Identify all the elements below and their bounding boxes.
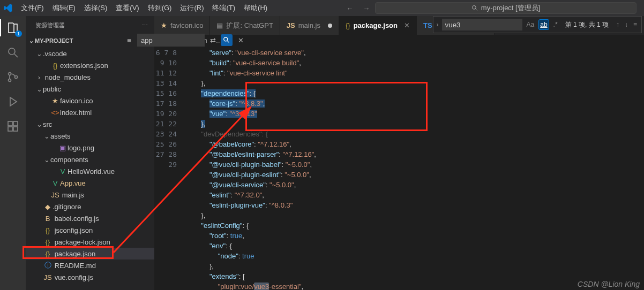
svg-rect-9: [13, 127, 18, 131]
file-logo-png[interactable]: ▣logo.png: [26, 142, 154, 154]
file-package-lock[interactable]: {} package-lock.json: [26, 236, 154, 248]
more-icon[interactable]: ⋯: [142, 22, 148, 29]
line-gutter: 6 7 8 9 10 11 12 13 14 15 16 17 18 19 20…: [154, 47, 184, 290]
file-babel-config[interactable]: B babel.config.js: [26, 212, 154, 224]
js-icon: JS: [43, 273, 53, 281]
svg-rect-10: [13, 121, 18, 126]
file-index-html[interactable]: <>index.html: [26, 106, 154, 118]
explorer-sidebar: 资源管理器 ⋯ MY-PROJECT .vscode {}extensions.…: [26, 16, 154, 290]
file-package-json[interactable]: {} package.json: [26, 248, 154, 260]
whole-word-button[interactable]: ab: [538, 19, 549, 30]
git-icon: ◆: [43, 203, 53, 211]
chevron-down-icon: [35, 50, 43, 58]
json-icon: {}: [50, 62, 60, 70]
favicon-icon: ★: [50, 97, 60, 105]
find-input[interactable]: [442, 19, 522, 30]
explorer-filter-row: ≡ ⇄ ✕: [123, 34, 246, 47]
json-icon: {}: [346, 21, 350, 29]
activity-extensions-icon[interactable]: [5, 119, 20, 134]
folder-src[interactable]: src: [26, 118, 154, 130]
next-match-icon[interactable]: ↓: [624, 20, 629, 29]
find-in-selection-icon[interactable]: ≡: [632, 20, 638, 29]
command-center[interactable]: my-project [管理员]: [375, 2, 636, 14]
explorer-filter-input[interactable]: [141, 36, 201, 44]
menu-view[interactable]: 查看(V): [112, 1, 143, 15]
find-widget[interactable]: › Aa ab .* 第 1 项, 共 1 项 ↑ ↓ ≡: [433, 16, 642, 33]
filter-icon[interactable]: ⇄: [207, 34, 219, 46]
svg-rect-8: [8, 127, 12, 131]
svg-line-12: [227, 41, 229, 43]
json-icon: {}: [43, 238, 53, 246]
file-app-vue[interactable]: VApp.vue: [26, 177, 154, 189]
menu-help[interactable]: 帮助(H): [240, 1, 271, 15]
vscode-logo-icon: [2, 2, 14, 14]
menu-file[interactable]: 文件(F): [17, 1, 48, 15]
tab-package-json[interactable]: {}package.json✕: [339, 16, 417, 35]
search-icon: [471, 5, 478, 11]
code-editor[interactable]: 6 7 8 9 10 11 12 13 14 15 16 17 18 19 20…: [154, 47, 644, 290]
command-center-text: my-project [管理员]: [481, 3, 541, 13]
menu-select[interactable]: 选择(S): [80, 1, 111, 15]
history-nav: ← →: [346, 4, 370, 12]
list-icon[interactable]: ≡: [123, 34, 135, 46]
svg-line-3: [14, 54, 18, 57]
babel-icon: B: [43, 215, 53, 223]
prev-match-icon[interactable]: ↑: [615, 20, 620, 29]
svg-line-1: [475, 9, 477, 11]
file-jsconfig[interactable]: {} jsconfig.json: [26, 224, 154, 236]
tab-favicon[interactable]: ★favicon.ico: [154, 16, 210, 35]
explorer-badge: 1: [15, 30, 22, 37]
activity-debug-icon[interactable]: [5, 94, 20, 109]
ts-icon: TS: [423, 21, 432, 29]
tab-mainjs[interactable]: JSmain.js: [280, 16, 339, 35]
close-icon[interactable]: ✕: [404, 21, 410, 29]
activity-explorer-icon[interactable]: 1: [5, 20, 20, 35]
activity-search-icon[interactable]: [5, 45, 20, 60]
find-status: 第 1 项, 共 1 项: [565, 20, 609, 29]
folder-node-modules[interactable]: node_modules: [26, 71, 154, 83]
nav-back-icon[interactable]: ←: [346, 4, 353, 12]
json-icon: {}: [43, 226, 53, 234]
svg-point-2: [9, 48, 15, 55]
file-extensions-json[interactable]: {}extensions.json: [26, 59, 154, 71]
vue-icon: V: [50, 179, 60, 187]
title-bar: 文件(F) 编辑(E) 选择(S) 查看(V) 转到(G) 运行(R) 终端(T…: [0, 0, 644, 16]
menu-edit[interactable]: 编辑(E): [49, 1, 79, 15]
file-tree: .vscode {}extensions.json node_modules p…: [26, 47, 154, 283]
match-case-button[interactable]: Aa: [526, 20, 536, 29]
svg-point-0: [472, 6, 476, 10]
chevron-down-icon: [35, 85, 43, 93]
file-favicon[interactable]: ★favicon.ico: [26, 95, 154, 106]
svg-point-4: [9, 73, 11, 75]
fuzzy-match-icon[interactable]: [221, 34, 233, 46]
folder-components[interactable]: components: [26, 154, 154, 165]
menu-terminal[interactable]: 终端(T): [208, 1, 239, 15]
vue-icon: V: [58, 167, 68, 175]
code-content[interactable]: "serve": "vue-cli-service serve", "build…: [184, 47, 644, 290]
close-filter-icon[interactable]: ✕: [235, 34, 246, 46]
js-icon: JS: [287, 21, 295, 29]
js-icon: JS: [50, 191, 60, 199]
modified-dot-icon: [328, 24, 332, 28]
chevron-right-icon[interactable]: ›: [437, 21, 439, 28]
tab-ext-chatgpt[interactable]: ▤扩展: ChatGPT: [210, 16, 280, 35]
nav-fwd-icon[interactable]: →: [363, 4, 370, 12]
editor-area: ★favicon.ico ▤扩展: ChatGPT JSmain.js {}pa…: [154, 16, 644, 290]
folder-assets[interactable]: assets: [26, 130, 154, 142]
activity-scm-icon[interactable]: [5, 70, 20, 85]
regex-button[interactable]: .*: [552, 20, 559, 29]
menu-run[interactable]: 运行(R): [176, 1, 207, 15]
chevron-down-icon: [43, 156, 50, 164]
chevron-right-icon: [35, 73, 43, 81]
svg-point-5: [9, 79, 11, 82]
file-vue-config[interactable]: JS vue.config.js: [26, 271, 154, 283]
chevron-down-icon: [29, 37, 34, 44]
file-readme[interactable]: ⓘ README.md: [26, 260, 154, 271]
chevron-down-icon: [35, 120, 43, 128]
file-main-js[interactable]: JS main.js: [26, 189, 154, 201]
menu-go[interactable]: 转到(G): [144, 1, 176, 15]
folder-vscode[interactable]: .vscode: [26, 48, 154, 59]
file-gitignore[interactable]: ◆.gitignore: [26, 201, 154, 212]
folder-public[interactable]: public: [26, 83, 154, 95]
file-helloworld-vue[interactable]: VHelloWorld.vue: [26, 165, 154, 177]
